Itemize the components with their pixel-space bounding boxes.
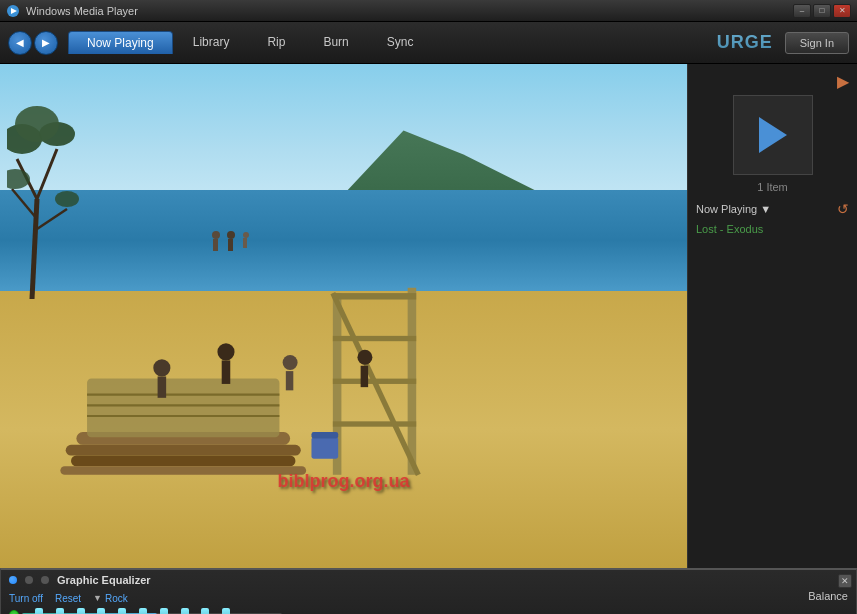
- eq-hslider-row-1: [9, 610, 282, 614]
- eq-active-dot[interactable]: [9, 576, 17, 584]
- svg-rect-36: [311, 432, 338, 438]
- watermark: biblprog.org.ua: [278, 471, 410, 492]
- eq-thumb-7[interactable]: [160, 608, 168, 614]
- balance-label: Balance: [808, 590, 848, 602]
- playlist-title-arrow: ▼: [760, 203, 771, 215]
- eq-thumb-4[interactable]: [97, 608, 105, 614]
- svg-point-39: [227, 231, 235, 239]
- svg-rect-13: [66, 445, 301, 456]
- tree-left: [7, 79, 87, 299]
- close-button[interactable]: ✕: [833, 4, 851, 18]
- eq-sliders-row: [9, 610, 848, 614]
- eq-thumb-10[interactable]: [222, 608, 230, 614]
- eq-thumb-8[interactable]: [181, 608, 189, 614]
- svg-point-31: [283, 356, 298, 371]
- play-icon: [759, 117, 787, 153]
- eq-band-toggle-1[interactable]: [9, 610, 19, 614]
- svg-rect-21: [333, 422, 416, 427]
- main-content: biblprog.org.ua ▶ 1 Item Now Playing ▼ ↺…: [0, 64, 857, 568]
- title-bar-text: Windows Media Player: [26, 5, 793, 17]
- eq-reset-link[interactable]: Reset: [55, 593, 81, 604]
- app-icon: [6, 4, 20, 18]
- balance-section: [296, 610, 356, 614]
- eq-title: Graphic Equalizer: [57, 574, 151, 586]
- svg-point-37: [212, 231, 220, 239]
- eq-thumb-3[interactable]: [77, 608, 85, 614]
- tab-library[interactable]: Library: [175, 31, 248, 54]
- playlist-title-label: Now Playing: [696, 203, 757, 215]
- svg-line-6: [37, 209, 67, 229]
- playlist-header: Now Playing ▼ ↺: [696, 201, 849, 217]
- eq-close-button[interactable]: ✕: [838, 574, 852, 588]
- tab-sync[interactable]: Sync: [369, 31, 432, 54]
- eq-preset[interactable]: ▼ Rock: [93, 593, 128, 604]
- eq-thumb-2[interactable]: [56, 608, 64, 614]
- eq-preset-name[interactable]: Rock: [105, 593, 128, 604]
- svg-rect-35: [311, 438, 338, 459]
- sidebar-forward-arrow[interactable]: ▶: [696, 72, 849, 91]
- eq-header: Graphic Equalizer ✕: [9, 574, 848, 586]
- sidebar: ▶ 1 Item Now Playing ▼ ↺ Lost - Exodus: [687, 64, 857, 568]
- nav-arrows: ◀ ▶: [8, 31, 58, 55]
- video-frame: biblprog.org.ua: [0, 64, 687, 568]
- eq-controls: Turn off Reset ▼ Rock Balance: [9, 590, 848, 606]
- maximize-button[interactable]: □: [813, 4, 831, 18]
- eq-thumb-1[interactable]: [35, 608, 43, 614]
- svg-rect-23: [87, 379, 279, 438]
- eq-thumb-9[interactable]: [201, 608, 209, 614]
- eq-thumb-5[interactable]: [118, 608, 126, 614]
- playlist-thumbnail[interactable]: [733, 95, 813, 175]
- svg-point-11: [55, 191, 79, 207]
- equalizer-panel: Graphic Equalizer ✕ Turn off Reset ▼ Roc…: [0, 568, 857, 614]
- svg-point-33: [357, 350, 372, 365]
- svg-rect-14: [71, 456, 295, 467]
- urge-logo[interactable]: URGE: [717, 32, 773, 53]
- playlist-title-button[interactable]: Now Playing ▼: [696, 203, 771, 215]
- nav-tabs: Now Playing Library Rip Burn Sync: [68, 31, 717, 54]
- title-bar-buttons: – □ ✕: [793, 4, 851, 18]
- svg-rect-18: [333, 294, 416, 300]
- forward-button[interactable]: ▶: [34, 31, 58, 55]
- svg-rect-34: [361, 366, 368, 387]
- svg-point-29: [217, 344, 234, 361]
- playlist-refresh-button[interactable]: ↺: [837, 201, 849, 217]
- eq-next-dot[interactable]: [41, 576, 49, 584]
- title-bar: Windows Media Player – □ ✕: [0, 0, 857, 22]
- back-button[interactable]: ◀: [8, 31, 32, 55]
- eq-prev-dot[interactable]: [25, 576, 33, 584]
- playlist-track-item[interactable]: Lost - Exodus: [696, 221, 849, 237]
- svg-point-27: [153, 360, 170, 377]
- svg-point-9: [15, 106, 59, 142]
- eq-preset-arrow-icon: ▼: [93, 593, 102, 603]
- item-count: 1 Item: [696, 181, 849, 193]
- tab-now-playing[interactable]: Now Playing: [68, 31, 173, 54]
- svg-rect-19: [333, 336, 416, 341]
- svg-rect-32: [286, 372, 293, 391]
- sign-in-button[interactable]: Sign In: [785, 32, 849, 54]
- nav-bar: ◀ ▶ Now Playing Library Rip Burn Sync UR…: [0, 22, 857, 64]
- video-area: biblprog.org.ua: [0, 64, 687, 568]
- tab-rip[interactable]: Rip: [249, 31, 303, 54]
- minimize-button[interactable]: –: [793, 4, 811, 18]
- svg-line-4: [37, 149, 57, 199]
- svg-point-41: [243, 232, 249, 238]
- svg-rect-30: [222, 361, 231, 385]
- svg-rect-15: [60, 467, 306, 476]
- svg-rect-28: [158, 377, 167, 398]
- eq-band-group: [9, 610, 282, 614]
- eq-turn-off-link[interactable]: Turn off: [9, 593, 43, 604]
- tab-burn[interactable]: Burn: [305, 31, 366, 54]
- eq-thumb-6[interactable]: [139, 608, 147, 614]
- svg-point-10: [7, 169, 30, 189]
